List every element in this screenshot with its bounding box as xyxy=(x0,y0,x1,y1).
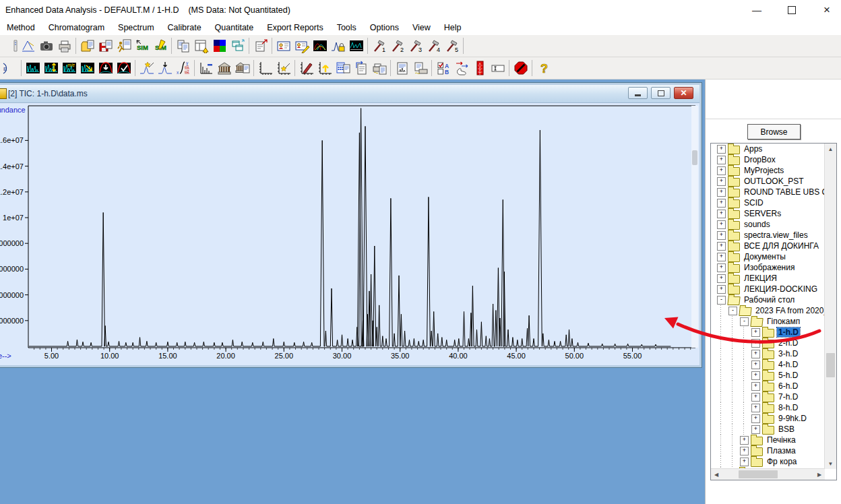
tree-item-лекция-docking[interactable]: +ЛЕКЦИЯ-DOCKING xyxy=(711,284,825,294)
print-window-icon[interactable] xyxy=(370,59,388,77)
tree-item-label[interactable]: ROUND TABLE UBS CO xyxy=(743,187,825,197)
expand-toggle-icon[interactable]: + xyxy=(717,274,726,283)
tree-item-label[interactable]: Плазма xyxy=(766,446,797,455)
tree-item-2023-fa-from-2020-2[interactable]: -2023 FA from 2020_2 xyxy=(711,305,825,316)
expand-toggle-icon[interactable]: + xyxy=(717,210,726,218)
save-method-icon[interactable] xyxy=(96,37,115,55)
menu-spectrum[interactable]: Spectrum xyxy=(111,22,161,34)
tree-item-servers[interactable]: +SERVERs xyxy=(711,208,825,219)
tree-item-label[interactable]: DropBox xyxy=(743,155,777,164)
tic-plot[interactable]: 5.0010.0015.0020.0025.0030.0035.0040.004… xyxy=(0,103,699,365)
tree-item-3-h-d[interactable]: +3-h.D xyxy=(711,348,825,359)
expand-toggle-icon[interactable]: + xyxy=(717,220,726,229)
tree-item-1-h-d[interactable]: +1-h.D xyxy=(711,327,825,338)
tree-item-label[interactable]: 6-h.D xyxy=(777,381,799,391)
expand-toggle-icon[interactable]: + xyxy=(751,393,760,402)
close-button[interactable]: × xyxy=(817,3,837,18)
tree-item-label[interactable]: 7-h.D xyxy=(777,392,799,402)
menu-view[interactable]: View xyxy=(406,22,437,34)
tree-item-scid[interactable]: +SCID xyxy=(711,197,825,208)
restore-window-button[interactable] xyxy=(651,87,671,99)
minimize-window-button[interactable] xyxy=(628,87,648,99)
tile-windows-icon[interactable] xyxy=(210,37,228,55)
expand-toggle-icon[interactable]: + xyxy=(740,447,749,455)
library-search-icon[interactable] xyxy=(215,59,233,77)
tree-item-label[interactable]: 2023 FA from 2020_2 xyxy=(754,306,825,315)
run-method-icon[interactable] xyxy=(115,37,133,55)
tree-item-round-table-ubs-co[interactable]: +ROUND TABLE UBS CO xyxy=(711,187,825,197)
tree-item-label[interactable]: spectra.view_files xyxy=(743,230,809,240)
tree-item-label[interactable]: BSB xyxy=(777,424,796,434)
close-window-button[interactable]: ✕ xyxy=(674,87,693,99)
percent-report-icon[interactable] xyxy=(197,59,215,77)
signal-display-icon[interactable] xyxy=(347,37,365,55)
load-method-icon[interactable] xyxy=(78,37,96,55)
tree-item-label[interactable]: Гіпокамп xyxy=(766,317,801,326)
tree-item-label[interactable]: sounds xyxy=(743,220,772,229)
expand-toggle-icon[interactable]: + xyxy=(740,458,749,466)
qedit-tool-2-icon[interactable]: 2 xyxy=(388,37,406,55)
preview-report-icon[interactable] xyxy=(393,59,411,77)
minimize-button[interactable]: — xyxy=(747,3,767,18)
expand-toggle-icon[interactable]: + xyxy=(717,263,726,272)
expand-toggle-icon[interactable]: + xyxy=(717,231,726,240)
scale-up-icon[interactable] xyxy=(315,59,334,77)
expand-toggle-icon[interactable]: + xyxy=(717,242,726,251)
expand-toggle-icon[interactable]: + xyxy=(751,371,760,380)
tree-item-outlook-pst[interactable]: +OUTLOOK_PST xyxy=(711,176,825,187)
tree-item-гіпокамп[interactable]: -Гіпокамп xyxy=(711,316,825,327)
expand-toggle-icon[interactable]: + xyxy=(751,382,760,391)
tree-item-рабочий-стол[interactable]: -Рабочий стол xyxy=(711,294,825,305)
autointegrate-icon[interactable] xyxy=(137,59,156,77)
print-report-icon[interactable] xyxy=(411,59,429,77)
scroll-right-button[interactable]: ▶ xyxy=(814,469,825,480)
tree-item-label[interactable]: Фр кора xyxy=(766,457,799,466)
tree-item-label[interactable]: Документы xyxy=(743,252,787,261)
quantitate-calc-icon[interactable] xyxy=(334,59,352,77)
expand-toggle-icon[interactable]: + xyxy=(717,156,726,164)
browse-button[interactable]: Browse xyxy=(747,124,801,139)
tree-item-label[interactable]: 1-h.D xyxy=(777,327,800,337)
library-card-icon[interactable] xyxy=(274,37,292,55)
expand-toggle-icon[interactable]: + xyxy=(751,414,760,423)
expand-toggle-icon[interactable]: + xyxy=(751,350,760,358)
export-window-icon[interactable] xyxy=(192,37,210,55)
tree-item-bsb[interactable]: +BSB xyxy=(711,424,825,435)
autoscale-icon[interactable] xyxy=(274,59,292,77)
tree-item-spectra-view-files[interactable]: +spectra.view_files xyxy=(711,230,825,241)
tree-item-9-9hk-d[interactable]: +9-9hk.D xyxy=(711,413,825,424)
tree-item-label[interactable]: Изображения xyxy=(743,263,796,272)
tree-item-apps[interactable]: +Apps xyxy=(711,144,825,154)
tree-item-label[interactable]: Печінка xyxy=(766,435,797,445)
expand-toggle-icon[interactable]: + xyxy=(751,360,760,369)
report-icon[interactable] xyxy=(251,37,270,55)
qedit-tool-5-icon[interactable]: 5 xyxy=(443,37,461,55)
tree-item-6-h-d[interactable]: +6-h.D xyxy=(711,381,825,391)
collapse-toggle-icon[interactable]: - xyxy=(717,296,726,305)
expand-toggle-icon[interactable]: + xyxy=(717,145,726,154)
tree-item-dropbox[interactable]: +DropBox xyxy=(711,154,825,165)
expand-toggle-icon[interactable]: + xyxy=(717,166,726,175)
instrument-tune-icon[interactable] xyxy=(19,37,37,55)
sim-edit-icon[interactable]: SIM xyxy=(151,37,169,55)
clipped-circle-icon[interactable]: E xyxy=(1,59,19,77)
tree-item-label[interactable]: 9-9hk.D xyxy=(777,414,808,423)
extract-ion-icon[interactable]: m/e xyxy=(60,59,78,77)
menu-method[interactable]: Method xyxy=(0,22,42,34)
snapshot-camera-icon[interactable] xyxy=(37,37,55,55)
expand-toggle-icon[interactable]: + xyxy=(717,285,726,294)
expand-toggle-icon[interactable]: + xyxy=(717,188,726,197)
tree-item-myprojects[interactable]: +MyProjects xyxy=(711,165,825,176)
tree-item-label[interactable]: 4-h.D xyxy=(777,360,799,369)
text-annotation-icon[interactable] xyxy=(489,59,507,77)
menu-help[interactable]: Help xyxy=(437,22,468,34)
drag-pan-hand-icon[interactable] xyxy=(452,59,470,77)
scroll-left-button[interactable]: ◀ xyxy=(711,469,722,480)
abort-stop-icon[interactable] xyxy=(511,59,530,77)
tree-item-лекция[interactable]: +ЛЕКЦИЯ xyxy=(711,273,825,284)
print-icon[interactable] xyxy=(55,37,73,55)
tree-item-label[interactable]: OUTLOOK_PST xyxy=(743,177,805,186)
menu-chromatogram[interactable]: Chromatogram xyxy=(42,22,111,34)
tree-item-label[interactable]: 2-h.D xyxy=(777,338,799,348)
tree-item-label[interactable]: 3-h.D xyxy=(777,349,799,358)
